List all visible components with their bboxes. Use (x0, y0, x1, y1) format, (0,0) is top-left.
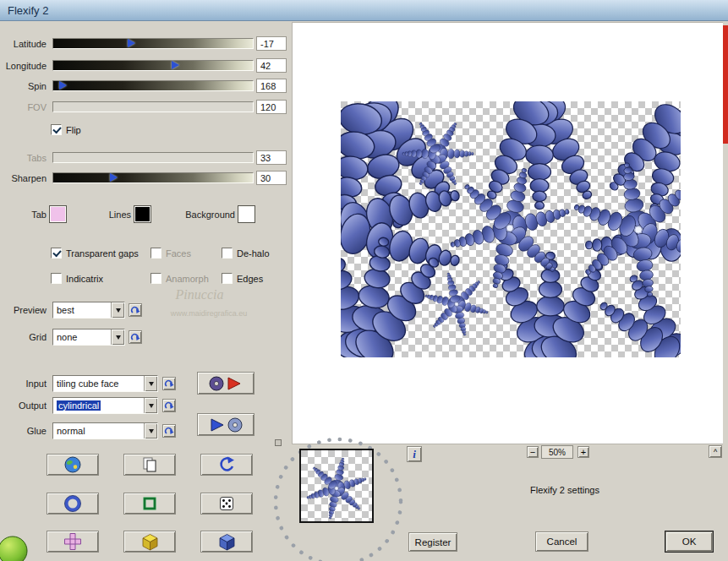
info-button[interactable]: i (407, 446, 422, 462)
chevron-down-icon[interactable] (111, 302, 124, 318)
glue-select[interactable]: normal (52, 422, 158, 439)
latitude-slider[interactable] (52, 38, 254, 49)
checkbox-box (51, 273, 62, 284)
transparent-gaps-checkbox[interactable]: Transparent gaps (51, 248, 139, 259)
lines-color-swatch[interactable] (134, 205, 151, 223)
glue-cycle-button[interactable] (162, 424, 176, 438)
indicatrix-checkbox[interactable]: Indicatrix (51, 273, 103, 284)
output-select-value: cylindrical (57, 400, 101, 411)
globe-button[interactable] (47, 454, 99, 476)
dial-handle[interactable] (275, 439, 282, 446)
input-cycle-button[interactable] (162, 377, 176, 390)
checkbox-label: Anamorph (166, 274, 209, 284)
grid-cycle-button[interactable] (129, 330, 142, 344)
output-select[interactable]: cylindrical (52, 397, 158, 414)
de-halo-checkbox[interactable]: De-halo (222, 248, 270, 259)
checkbox-label: Indicatrix (66, 274, 103, 284)
slider-thumb[interactable] (128, 39, 135, 47)
latitude-label: Latitude (4, 39, 47, 50)
sharpen-slider[interactable] (52, 172, 254, 183)
cross-unfold-button[interactable] (47, 531, 99, 553)
input-select-value: tiling cube face (53, 379, 144, 389)
slider-thumb[interactable] (172, 61, 179, 69)
minus-icon: − (530, 448, 535, 456)
output-cycle-button[interactable] (162, 399, 176, 412)
watermark-name: Pinuccia (166, 287, 233, 302)
lines-swatch-label: Lines (89, 210, 131, 221)
longitude-value[interactable]: 42 (256, 58, 287, 73)
watermark-url: www.maidiregrafica.eu (156, 309, 262, 318)
tabs-slider (52, 152, 254, 163)
blue-cube-icon (217, 532, 237, 552)
grid-select-value: none (53, 332, 111, 342)
disc-play-button[interactable] (197, 372, 255, 395)
tab-swatch-label: Tab (4, 210, 47, 221)
pink-cross-icon (63, 531, 83, 552)
checkbox-box (151, 248, 161, 259)
tab-color-swatch[interactable] (49, 205, 67, 223)
undo-button[interactable] (200, 454, 253, 476)
dice-icon (217, 494, 236, 513)
latitude-value[interactable]: -17 (256, 36, 287, 51)
zoom-level: 50% (541, 445, 573, 459)
info-icon: i (413, 448, 416, 461)
cube-button[interactable] (123, 531, 176, 553)
preview-cycle-button[interactable] (129, 303, 142, 317)
edges-checkbox[interactable]: Edges (222, 273, 263, 284)
ok-label: OK (682, 536, 697, 547)
ring-button[interactable] (47, 493, 99, 515)
checkbox-label: Faces (166, 248, 191, 259)
titlebar[interactable]: Flexify 2 (0, 0, 728, 21)
spin-slider[interactable] (52, 80, 254, 91)
slider-thumb[interactable] (110, 173, 118, 182)
background-color-swatch[interactable] (238, 205, 255, 223)
preview-select[interactable]: best (52, 302, 125, 319)
random-dice-button[interactable] (200, 493, 253, 515)
checkbox-box (51, 124, 62, 135)
output-select-label: Output (4, 400, 47, 411)
result-thumbnail[interactable] (299, 449, 374, 523)
prism-button[interactable] (200, 531, 253, 553)
thumbnail-image (301, 450, 372, 521)
sharpen-value[interactable]: 30 (256, 171, 287, 185)
grid-select[interactable]: none (52, 329, 125, 346)
slider-thumb[interactable] (59, 81, 67, 90)
fov-label: FOV (4, 102, 47, 113)
cancel-label: Cancel (547, 536, 577, 547)
fov-value[interactable]: 120 (256, 100, 287, 114)
chevron-down-icon[interactable] (144, 398, 157, 413)
flip-checkbox[interactable]: Flip (51, 124, 81, 135)
zoom-in-button[interactable]: + (577, 446, 589, 458)
collapse-button[interactable]: ^ (709, 445, 722, 458)
duplicate-button[interactable] (123, 454, 176, 476)
zoom-out-button[interactable]: − (527, 446, 539, 458)
checkbox-box (222, 248, 233, 259)
spin-label: Spin (4, 81, 47, 92)
chevron-down-icon[interactable] (144, 423, 157, 438)
ring-icon (63, 494, 82, 513)
chevron-down-icon[interactable] (144, 376, 157, 391)
checkbox-label: Edges (237, 274, 263, 284)
preview-image (341, 101, 681, 357)
register-button[interactable]: Register (408, 532, 457, 552)
ok-button[interactable]: OK (665, 531, 713, 552)
checkbox-label: Transparent gaps (66, 248, 139, 259)
faces-checkbox[interactable]: Faces (151, 248, 191, 259)
longitude-slider[interactable] (52, 60, 254, 71)
frame-button[interactable] (123, 493, 176, 515)
play-disc-button[interactable] (197, 413, 255, 436)
checkbox-box (222, 273, 233, 284)
chevron-down-icon[interactable] (111, 330, 124, 345)
background-swatch-label: Background (178, 210, 235, 221)
input-select[interactable]: tiling cube face (52, 375, 158, 392)
longitude-label: Longitude (4, 61, 47, 72)
square-frame-icon (140, 494, 159, 513)
tabs-value[interactable]: 33 (256, 150, 287, 165)
glue-select-value: normal (53, 426, 144, 436)
yellow-cube-icon (140, 532, 160, 552)
spin-value[interactable]: 168 (256, 79, 287, 93)
anamorph-checkbox[interactable]: Anamorph (151, 273, 209, 284)
cancel-button[interactable]: Cancel (535, 531, 588, 552)
pages-icon (140, 455, 159, 474)
checkbox-box (151, 273, 161, 284)
